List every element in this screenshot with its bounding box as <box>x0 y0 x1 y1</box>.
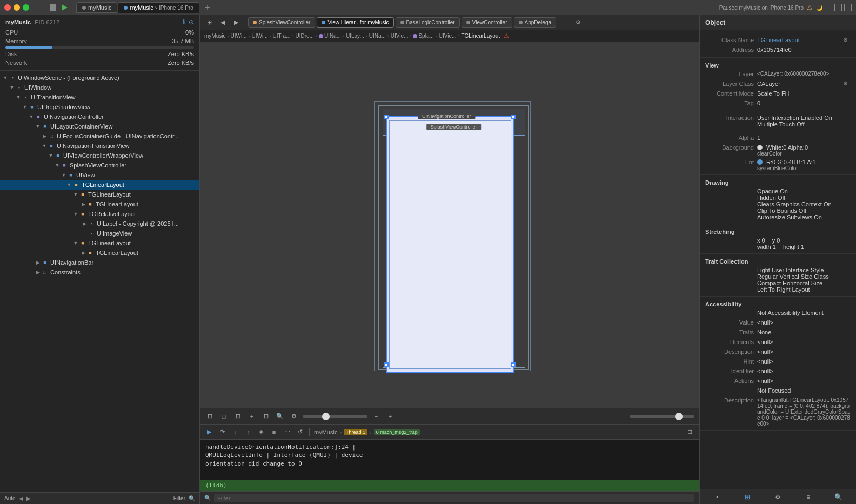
debug-refresh-btn[interactable]: ↺ <box>295 427 305 437</box>
bc-mymusic[interactable]: myMusic <box>204 33 225 39</box>
console-output[interactable]: handleDeviceOrientationNotification:]:24… <box>200 440 699 480</box>
view-hierarchy-tree[interactable]: ▼ ▪ UIWindowScene - (Foreground Active) … <box>0 71 199 492</box>
tab-baselogic[interactable]: BaseLogicController <box>396 17 460 28</box>
expand-arrow[interactable]: ▼ <box>22 104 28 110</box>
bc-spla[interactable]: Spla... <box>413 33 433 39</box>
debug-step-in-btn[interactable]: ↓ <box>230 427 240 437</box>
tree-item-uinavtransition[interactable]: ▼ ■ UINavigationTransitionView <box>0 141 199 151</box>
left-arrow[interactable]: ◀ <box>19 495 23 501</box>
expand-arrow[interactable]: ▼ <box>15 95 22 100</box>
stop-button[interactable] <box>50 4 56 11</box>
zoom-slider-right[interactable] <box>630 415 694 418</box>
canvas-fit-btn[interactable]: ⊡ <box>204 411 215 422</box>
bc-uivie[interactable]: UIVie... <box>391 33 409 39</box>
zoom-slider-left[interactable] <box>303 415 367 418</box>
canvas-grid-btn[interactable]: ⊞ <box>232 411 243 422</box>
settings-icon[interactable]: ⚙ <box>572 17 584 29</box>
zoom-minus-btn[interactable]: − <box>371 411 382 422</box>
tree-item-windowscene[interactable]: ▼ ▪ UIWindowScene - (Foreground Active) <box>0 73 199 83</box>
tree-item-tglinearlayout-5[interactable]: ▶ ■ TGLinearLayout <box>0 248 199 258</box>
zoom-thumb[interactable] <box>322 413 330 420</box>
tree-item-uiimageview[interactable]: ▶ ▪ UIImageView <box>0 229 199 238</box>
back-nav[interactable]: ◀ <box>217 17 229 29</box>
expand-arrow[interactable]: ▶ <box>80 201 86 207</box>
expand-arrow[interactable]: ▶ <box>35 270 41 275</box>
bc-uivie2[interactable]: UIVie... <box>439 33 457 39</box>
debug-breakpoint-btn[interactable]: ◈ <box>256 427 266 437</box>
tree-item-splashvc[interactable]: ▼ ■ SplashViewController <box>0 160 199 170</box>
bc-tglinearlayout[interactable]: TGLinearLayout <box>461 33 500 39</box>
rt-files-btn[interactable]: ▪ <box>711 491 723 503</box>
rt-inspect-btn[interactable]: ⊞ <box>741 491 753 503</box>
expand-arrow[interactable]: ▼ <box>72 192 79 197</box>
rt-settings-btn[interactable]: ⚙ <box>772 491 784 503</box>
fullscreen-button[interactable] <box>844 4 852 11</box>
canvas-layout-btn[interactable]: ⊟ <box>260 411 271 422</box>
expand-arrow[interactable]: ▶ <box>80 250 86 256</box>
canvas-square-btn[interactable]: □ <box>218 411 229 422</box>
gear-icon[interactable]: ⚙ <box>843 37 851 44</box>
handle-bl[interactable] <box>384 362 389 367</box>
expand-arrow[interactable]: ▼ <box>61 172 67 178</box>
tab-appdelega[interactable]: AppDelega <box>514 17 556 28</box>
debug-stack-btn[interactable]: ≡ <box>269 427 279 437</box>
tree-item-tglinearlayout-2[interactable]: ▼ ■ TGLinearLayout <box>0 190 199 199</box>
zoom-right-thumb[interactable] <box>675 413 683 420</box>
tree-item-tgrelativelayout[interactable]: ▼ ■ TGRelativeLayout <box>0 209 199 219</box>
bc-uidro[interactable]: UIDro... <box>295 33 313 39</box>
info-icon[interactable]: ℹ <box>183 18 185 26</box>
expand-arrow[interactable]: ▼ <box>72 211 79 217</box>
tree-item-uinavbar[interactable]: ▶ ■ UINavigationBar <box>0 258 199 267</box>
expand-arrow[interactable]: ▼ <box>72 240 79 246</box>
expand-arrow[interactable]: ▶ <box>35 260 41 265</box>
tab-viewcontroller[interactable]: ViewController <box>462 17 512 28</box>
forward-nav[interactable]: ▶ <box>230 17 242 29</box>
tree-item-uivcwrapper[interactable]: ▼ ■ UIViewControllerWrapperView <box>0 151 199 160</box>
expand-arrow[interactable]: ▼ <box>2 75 9 80</box>
filter-icon[interactable]: 🔍 <box>189 495 195 501</box>
tree-item-tglinearlayout-4[interactable]: ▼ ■ TGLinearLayout <box>0 238 199 248</box>
bc-uiwi1[interactable]: UIWi... <box>230 33 246 39</box>
tree-item-uiview[interactable]: ▼ ■ UIView <box>0 170 199 180</box>
debug-step-over-btn[interactable]: ↷ <box>217 427 227 437</box>
expand-arrow[interactable]: ▼ <box>66 182 72 187</box>
expand-arrow[interactable]: ▶ <box>41 133 48 139</box>
console-prompt[interactable]: (lldb) <box>200 480 699 491</box>
tree-item-uidropshadow[interactable]: ▼ ■ UIDropShadowView <box>0 102 199 112</box>
handle-br[interactable] <box>511 362 516 367</box>
bc-uiwi2[interactable]: UIWi... <box>251 33 268 39</box>
tree-item-uifocusguide[interactable]: ▶ □ UIFocusContainerGuide - UINavigation… <box>0 131 199 141</box>
split-button[interactable] <box>834 4 842 11</box>
tree-item-tglinearlayout-root[interactable]: ▼ ■ TGLinearLayout <box>0 180 199 190</box>
debug-more-btn[interactable]: ⋯ <box>282 427 292 437</box>
expand-arrow[interactable]: ▶ <box>81 221 88 226</box>
gear-icon2[interactable]: ⚙ <box>843 80 851 88</box>
play-button[interactable] <box>62 4 68 11</box>
sidebar-toggle[interactable] <box>37 4 44 11</box>
bc-uina2[interactable]: UINa... <box>369 33 386 39</box>
tab-mymusic1[interactable]: myMusic <box>76 2 117 13</box>
tree-item-uitransition[interactable]: ▼ ▪ UITransitionView <box>0 92 199 102</box>
expand-arrow[interactable]: ▼ <box>54 163 61 168</box>
tree-item-uilabel[interactable]: ▶ ▪ UILabel - Copyright @ 2025 I... <box>0 219 199 229</box>
more-icon[interactable]: ≡ <box>559 17 571 29</box>
right-arrow[interactable]: ▶ <box>26 495 31 501</box>
zoom-plus-btn[interactable]: + <box>385 411 396 422</box>
expand-arrow[interactable]: ▼ <box>48 153 54 158</box>
bc-uilay[interactable]: UILay... <box>346 33 364 39</box>
view-canvas[interactable]: UINavigationController SplashViewControl… <box>200 42 699 408</box>
bc-uitra[interactable]: UITra... <box>272 33 290 39</box>
maximize-button[interactable] <box>23 4 29 11</box>
canvas-add-btn[interactable]: + <box>246 411 257 422</box>
rt-list-btn[interactable]: ≡ <box>802 491 814 503</box>
record-icon[interactable]: ⊙ <box>189 18 194 26</box>
tree-item-uilayoutcontainer[interactable]: ▼ ■ UILayoutContainerView <box>0 122 199 131</box>
tree-item-constraints[interactable]: ▶ □ Constraints <box>0 267 199 277</box>
debug-continue-btn[interactable]: ▶ <box>204 427 214 437</box>
expand-arrow[interactable]: ▼ <box>41 143 48 149</box>
tab-add-button[interactable]: + <box>202 2 213 13</box>
debug-step-out-btn[interactable]: ↑ <box>243 427 253 437</box>
console-filter-input[interactable] <box>214 494 694 502</box>
close-button[interactable] <box>4 4 11 11</box>
phone-screen-main[interactable] <box>386 116 514 373</box>
